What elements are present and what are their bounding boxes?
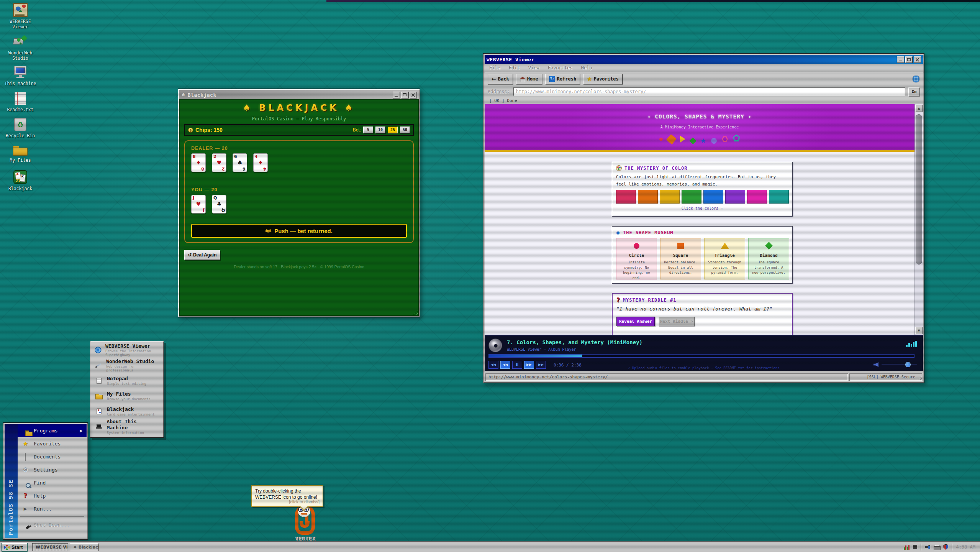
star-icon: ★ xyxy=(587,76,592,82)
volume-tray-icon[interactable] xyxy=(925,545,930,550)
desktop-icon-my-files[interactable]: My Files xyxy=(3,146,38,163)
red-circle-shape xyxy=(659,138,663,141)
submenu-item-webverse-viewer[interactable]: WEBVERSE ViewerBrowse the Information Su… xyxy=(92,342,162,358)
next-riddle-button[interactable]: Next Riddle > xyxy=(659,317,695,326)
color-swatch[interactable] xyxy=(660,190,680,204)
blackjack-table: ♠ BLACKJACK ♠ PortalOS Casino — Play Res… xyxy=(179,99,419,316)
load-status-text: [ OK ] Done xyxy=(485,97,923,104)
address-bar-row: Address: http://www.minimoney.net/colors… xyxy=(485,86,923,97)
submenu-item-wonderweb-studio[interactable]: WonderWeb StudioWeb design for professio… xyxy=(92,358,162,373)
start-item-help[interactable]: ? Help xyxy=(18,489,87,502)
modem-icon[interactable] xyxy=(913,545,917,549)
submenu-item-my-files[interactable]: My FilesBrowse your documents xyxy=(92,388,162,404)
start-item-documents[interactable]: Documents xyxy=(18,450,87,463)
help-icon: ? xyxy=(21,492,29,499)
close-button[interactable] xyxy=(410,92,417,98)
top-edge-strip xyxy=(326,0,980,2)
desktop-icon-recycle-bin[interactable]: ♻ Recycle Bin xyxy=(3,118,38,138)
desktop-icon-readme[interactable]: Readme.txt xyxy=(3,92,38,112)
color-swatch[interactable] xyxy=(638,190,658,204)
shape-card-square[interactable]: Square Perfect balance. Equal in all dir… xyxy=(660,238,701,279)
tray-clock[interactable]: 4:38 AM xyxy=(956,544,975,550)
desktop-icon-this-machine[interactable]: This Machine xyxy=(3,66,38,86)
color-swatch[interactable] xyxy=(703,190,723,204)
desktop-icon-blackjack[interactable]: A K 21 Blackjack xyxy=(3,170,38,191)
scroll-down-button[interactable]: ▼ xyxy=(915,327,923,334)
taskbar-task-blackjack[interactable]: ♠ Blackjack xyxy=(70,543,99,551)
color-swatch[interactable] xyxy=(725,190,745,204)
resize-grip[interactable] xyxy=(917,375,922,380)
color-swatch[interactable] xyxy=(616,190,636,204)
favorites-button[interactable]: ★ Favorites xyxy=(583,74,623,84)
deal-again-button[interactable]: ↺ Deal Again xyxy=(184,250,220,260)
start-item-run[interactable]: ▶ Run... xyxy=(18,502,87,515)
vertical-scrollbar[interactable]: ▲ ▼ xyxy=(914,104,923,335)
assistant-tooltip[interactable]: Try double-clicking the WEBVERSE icon to… xyxy=(251,485,323,507)
mascot-name: VERTEX xyxy=(283,536,329,542)
section-heading: THE SHAPE MUSEUM xyxy=(623,230,674,235)
recycle-bin-icon: ♻ xyxy=(14,118,26,131)
bet-10-button[interactable]: 10 xyxy=(375,127,385,133)
go-button[interactable]: Go xyxy=(908,87,920,96)
triangle-glyph xyxy=(721,243,729,249)
address-input[interactable]: http://www.minimoney.net/colors-shapes-m… xyxy=(513,87,905,96)
casino-footer: Dealer stands on soft 17 · Blackjack pay… xyxy=(180,264,418,269)
blackjack-window: ♠ Blackjack ♠ BLACKJACK ♠ PortalOS Casin… xyxy=(178,89,420,317)
bet-25-button[interactable]: 25 xyxy=(388,127,398,133)
desktop-icon-wonderweb-studio[interactable]: WonderWeb Studio xyxy=(3,35,38,61)
close-button[interactable] xyxy=(914,56,921,63)
tray-separator xyxy=(952,544,952,550)
start-button[interactable]: Start xyxy=(2,543,27,551)
color-swatch[interactable] xyxy=(747,190,767,204)
document-icon xyxy=(25,453,26,461)
browser-titlebar[interactable]: WEBVERSE Viewer xyxy=(485,55,923,64)
purple-circle-shape xyxy=(711,138,717,144)
game-heading: ♠ BLACKJACK ♠ xyxy=(180,103,418,113)
browser-toolbar: ← Back Home ↻ Refresh ★ Favorites xyxy=(485,72,923,86)
scroll-up-button[interactable]: ▲ xyxy=(915,105,923,112)
home-icon xyxy=(520,77,525,81)
start-item-find[interactable]: Find xyxy=(18,476,87,489)
resize-grip[interactable] xyxy=(413,310,418,315)
maximize-button[interactable] xyxy=(401,92,408,98)
reveal-answer-button[interactable]: Reveal Answer xyxy=(616,317,655,326)
scrollbar-thumb[interactable] xyxy=(916,114,922,264)
seek-bar[interactable] xyxy=(488,354,914,358)
taskbar-task-webverse-viewer[interactable]: WEBVERSE Viewer xyxy=(32,543,68,551)
shape-card-circle[interactable]: Circle Infinite symmetry. No beginning, … xyxy=(616,238,657,279)
volume-slider[interactable] xyxy=(882,364,917,365)
security-shield-icon[interactable] xyxy=(943,544,948,550)
computer-monitor-icon xyxy=(13,66,28,79)
minimize-button[interactable] xyxy=(897,56,904,63)
tooltip-dismiss[interactable]: [click to dismiss] xyxy=(289,499,320,505)
back-button[interactable]: ← Back xyxy=(488,74,513,84)
bet-5-button[interactable]: 5 xyxy=(363,127,373,133)
menu-favorites[interactable]: Favorites xyxy=(548,65,573,71)
submenu-item-about-this-machine[interactable]: About This MachineSystem information xyxy=(92,419,162,434)
menu-file[interactable]: File xyxy=(489,65,500,71)
refresh-button[interactable]: ↻ Refresh xyxy=(545,74,580,84)
start-item-settings[interactable]: ⚙ Settings xyxy=(18,463,87,476)
home-button[interactable]: Home xyxy=(516,74,542,84)
start-item-shut-down[interactable]: Shut Down... xyxy=(18,518,87,531)
chips-bar: $ Chips: 150 Bet: 5 10 25 50 xyxy=(184,124,414,136)
start-item-programs[interactable]: Programs ▶ xyxy=(18,424,87,437)
start-item-favorites[interactable]: ★ Favorites xyxy=(18,437,87,450)
blackjack-titlebar[interactable]: ♠ Blackjack xyxy=(179,90,419,99)
maximize-button[interactable] xyxy=(905,56,913,63)
minimize-button[interactable] xyxy=(393,92,400,98)
shape-card-diamond[interactable]: Diamond The square transformed. A new pe… xyxy=(748,238,789,279)
shape-card-triangle[interactable]: Triangle Strength through tension. The p… xyxy=(704,238,745,279)
submenu-item-blackjack[interactable]: BlackjackCard game entertainment xyxy=(92,404,162,419)
menu-edit[interactable]: Edit xyxy=(509,65,520,71)
menu-help[interactable]: Help xyxy=(581,65,592,71)
submenu-item-notepad[interactable]: NotepadSimple text editing xyxy=(92,373,162,388)
network-monitor-icon[interactable] xyxy=(904,544,910,550)
menu-view[interactable]: View xyxy=(528,65,539,71)
bet-50-button[interactable]: 50 xyxy=(400,127,410,133)
color-swatch[interactable] xyxy=(769,190,789,204)
section-shape-museum: ◆ THE SHAPE MUSEUM Circle Infinite symme… xyxy=(612,226,793,284)
printer-icon[interactable] xyxy=(934,545,940,550)
color-swatch[interactable] xyxy=(682,190,701,204)
desktop-icon-webverse-viewer[interactable]: WEBVERSE Viewer xyxy=(3,3,38,30)
